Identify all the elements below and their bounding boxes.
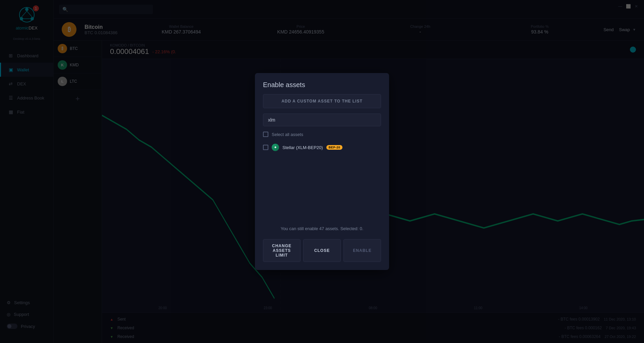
enable-assets-modal: Enable assets ADD A CUSTOM ASSET TO THE …	[255, 73, 389, 270]
stellar-name: Stellar (XLM-BEP20)	[282, 145, 323, 150]
stellar-checkbox[interactable]	[263, 145, 268, 150]
asset-result-row: ✦ Stellar (XLM-BEP20) BEP-20	[263, 142, 381, 152]
stellar-icon: ✦	[272, 144, 279, 151]
modal-status-text: You can still enable 47 assets. Selected…	[263, 223, 381, 234]
change-assets-limit-button[interactable]: CHANGE ASSETS LIMIT	[263, 239, 301, 262]
select-all-checkbox[interactable]	[263, 132, 268, 137]
add-custom-asset-button[interactable]: ADD A CUSTOM ASSET TO THE LIST	[263, 94, 381, 108]
asset-search-input[interactable]	[263, 114, 381, 126]
modal-title: Enable assets	[263, 81, 381, 89]
select-all-row: Select all assets	[263, 132, 381, 137]
select-all-label: Select all assets	[272, 132, 303, 137]
modal-overlay: Enable assets ADD A CUSTOM ASSET TO THE …	[0, 0, 644, 343]
enable-button[interactable]: ENABLE	[343, 239, 381, 262]
modal-footer: CHANGE ASSETS LIMIT CLOSE ENABLE	[263, 239, 381, 262]
close-modal-button[interactable]: CLOSE	[303, 239, 341, 262]
bep20-badge: BEP-20	[326, 145, 343, 150]
modal-empty-space	[263, 158, 381, 218]
